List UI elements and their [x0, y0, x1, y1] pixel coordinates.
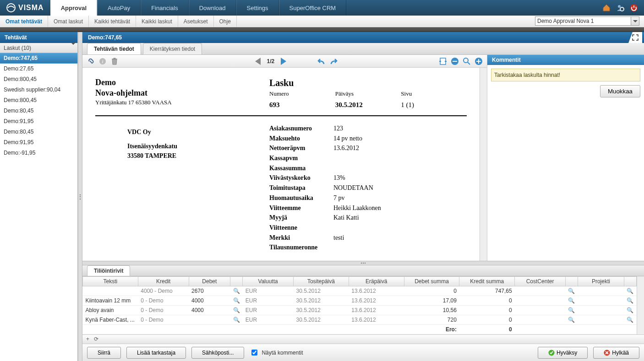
- buyer-name: VDC Oy: [127, 127, 269, 137]
- add-row-icon[interactable]: +: [86, 336, 89, 342]
- svg-rect-8: [453, 61, 457, 62]
- splitter-vertical[interactable]: ⋮: [78, 32, 82, 361]
- grid-column-header[interactable]: Debet: [189, 277, 230, 286]
- grid-column-header[interactable]: Kredit summa: [459, 277, 515, 286]
- main-tab-financials[interactable]: Financials: [141, 0, 189, 16]
- invoice-field: Asiakasnumero123: [269, 124, 467, 134]
- home-icon[interactable]: [602, 3, 611, 12]
- grid-column-header[interactable]: CostCenter: [515, 277, 566, 286]
- lookup-icon[interactable]: 🔍: [233, 307, 240, 313]
- move-button[interactable]: Siirrä: [87, 347, 121, 359]
- sub-tab-3[interactable]: Kaikki laskut: [136, 16, 178, 27]
- grid-column-header[interactable]: Projekti: [578, 277, 624, 286]
- grid-column-header[interactable]: [624, 277, 636, 286]
- task-list: Demo:747,65Demo:27,65Demo:800,45Swedish …: [0, 53, 77, 361]
- show-comments-input[interactable]: [251, 350, 257, 356]
- invoice-field: ToimitustapaNOUDETAAN: [269, 183, 467, 193]
- lookup-icon[interactable]: 🔍: [568, 288, 575, 294]
- trash-icon[interactable]: [110, 57, 119, 66]
- main-tab-approval[interactable]: Approval: [50, 0, 97, 16]
- sub-tab-2[interactable]: Kaikki tehtävät: [89, 16, 136, 27]
- task-item[interactable]: Demo:80,45: [0, 127, 77, 137]
- redo-icon[interactable]: [329, 57, 338, 66]
- org-select[interactable]: Demo Approval Nova 1: [535, 16, 639, 26]
- task-item[interactable]: Demo:27,65: [0, 64, 77, 74]
- invoice-field: Kassasumma: [269, 163, 467, 173]
- lookup-icon[interactable]: 🔍: [568, 317, 575, 323]
- grid-row[interactable]: Kiintoavain 12 mm0 - Demo4000🔍EUR30.5.20…: [83, 296, 637, 306]
- email-button[interactable]: Sähköposti...: [191, 347, 244, 359]
- grid-row[interactable]: 4000 - Demo2670🔍EUR30.5.201213.6.2012074…: [83, 286, 637, 296]
- task-item[interactable]: Demo:747,65: [0, 53, 77, 64]
- task-item[interactable]: Demo:800,45: [0, 95, 77, 106]
- grid-column-header[interactable]: Eräpäivä: [349, 277, 404, 286]
- lookup-icon[interactable]: 🔍: [627, 307, 633, 313]
- grid-column-header[interactable]: Tositepäivä: [294, 277, 349, 286]
- grid-column-header[interactable]: [230, 277, 243, 286]
- grid-column-header[interactable]: Kredit: [138, 277, 189, 286]
- detail-tab-0[interactable]: Tehtävän tiedot: [87, 43, 141, 54]
- grid-column-header[interactable]: Debet summa: [404, 277, 459, 286]
- grid-column-header[interactable]: Teksti: [83, 277, 138, 286]
- grid-column-header[interactable]: Valuutta: [243, 277, 294, 286]
- fit-width-icon[interactable]: [438, 57, 448, 66]
- attachment-icon[interactable]: [86, 57, 95, 66]
- accounting-tab[interactable]: Tiliöintirivit: [87, 265, 130, 276]
- sub-tab-0[interactable]: Omat tehtävät: [0, 16, 48, 27]
- grid-row[interactable]: Kynä Faber-Cast, ...0 - Demo🔍EUR30.5.201…: [83, 315, 637, 325]
- sub-tab-4[interactable]: Asetukset: [178, 16, 214, 27]
- main-tab-superoffice-crm[interactable]: SuperOffice CRM: [279, 0, 347, 16]
- grid-column-header[interactable]: [565, 277, 578, 286]
- zoom-out-icon[interactable]: [450, 57, 459, 66]
- lookup-icon[interactable]: 🔍: [233, 297, 240, 304]
- lookup-icon[interactable]: 🔍: [627, 317, 633, 323]
- document-scroll[interactable]: Demo Nova-ohjelmat Yrittäjänkatu 17 6538…: [82, 68, 480, 261]
- lookup-icon[interactable]: 🔍: [233, 288, 240, 294]
- sub-tab-5[interactable]: Ohje: [214, 16, 237, 27]
- edit-comment-button[interactable]: Muokkaa: [600, 85, 640, 97]
- scrollbar-vertical[interactable]: [480, 68, 487, 261]
- lookup-icon[interactable]: 🔍: [627, 288, 633, 294]
- main-tab-autopay[interactable]: AutoPay: [97, 0, 141, 16]
- comments-title: Kommentit: [487, 55, 644, 65]
- power-icon[interactable]: [629, 3, 639, 12]
- info-icon[interactable]: i: [98, 57, 107, 66]
- task-item[interactable]: Swedish supplier:90,04: [0, 85, 77, 95]
- left-filter-label: Laskut (10): [4, 45, 31, 51]
- task-item[interactable]: Demo:800,45: [0, 74, 77, 85]
- task-item[interactable]: Demo:91,95: [0, 116, 77, 127]
- sub-tab-1[interactable]: Omat laskut: [48, 16, 89, 27]
- reject-button[interactable]: Hylkää: [593, 347, 639, 359]
- grid-scrollbar[interactable]: [637, 276, 644, 334]
- lookup-icon[interactable]: 🔍: [568, 307, 575, 313]
- task-item[interactable]: Demo:91,95: [0, 137, 77, 148]
- expand-icon[interactable]: [628, 32, 642, 43]
- detail-tab-1[interactable]: Kierrätyksen tiedot: [143, 43, 202, 54]
- zoom-icon[interactable]: [462, 57, 471, 66]
- lookup-icon[interactable]: 🔍: [568, 297, 575, 304]
- org-select-value: Demo Approval Nova 1: [537, 18, 594, 24]
- lookup-icon[interactable]: 🔍: [233, 317, 240, 323]
- invoice-field: Merkkitesti: [269, 233, 467, 243]
- main-tab-settings[interactable]: Settings: [236, 0, 279, 16]
- undo-icon[interactable]: [317, 57, 326, 66]
- splitter-horizontal[interactable]: ⋯: [82, 261, 644, 265]
- task-item[interactable]: Demo:80,45: [0, 106, 77, 116]
- grid-row[interactable]: Abloy avain0 - Demo4000🔍EUR30.5.201213.6…: [83, 306, 637, 315]
- task-item[interactable]: Demo:-91,95: [0, 148, 77, 158]
- show-comments-checkbox[interactable]: Näytä kommentit: [250, 348, 303, 357]
- prev-page-icon[interactable]: [253, 57, 262, 66]
- settings-user-icon[interactable]: [616, 3, 625, 12]
- zoom-in-icon[interactable]: [474, 57, 483, 66]
- comment-message: Tarkistakaa laskulta hinnat!: [491, 69, 640, 81]
- lookup-icon[interactable]: 🔍: [627, 297, 633, 304]
- left-panel: Tehtävät Laskut (10) Demo:747,65Demo:27,…: [0, 32, 78, 361]
- left-filter[interactable]: Laskut (10): [0, 43, 77, 53]
- document-area: i 1/2: [82, 55, 487, 261]
- show-comments-label: Näytä kommentit: [262, 350, 303, 356]
- refresh-icon[interactable]: ⟳: [94, 336, 98, 342]
- add-reviewer-button[interactable]: Lisää tarkastaja: [126, 347, 186, 359]
- main-tab-download[interactable]: Download: [189, 0, 236, 16]
- approve-button[interactable]: Hyväksy: [538, 347, 588, 359]
- next-page-icon[interactable]: [279, 57, 288, 66]
